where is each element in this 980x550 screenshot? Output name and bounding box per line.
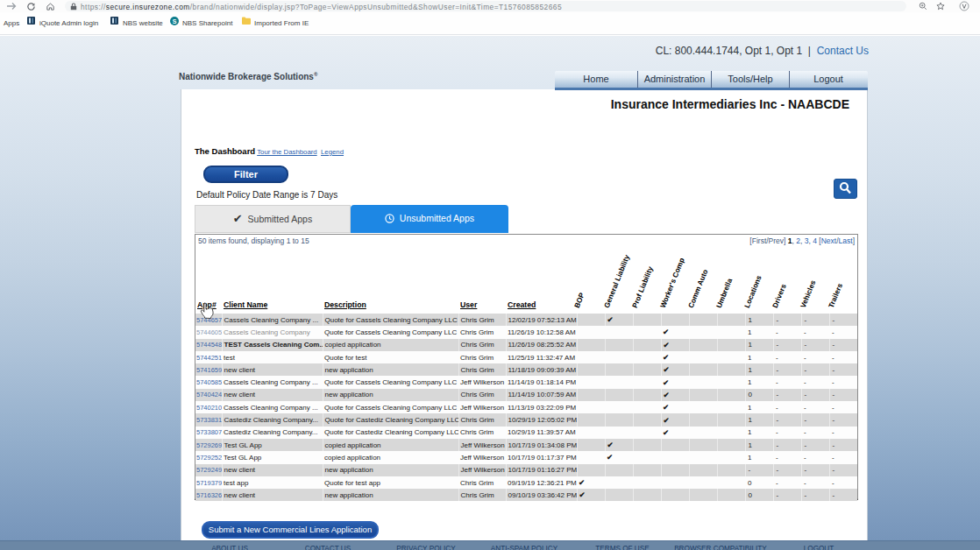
svg-text:S: S bbox=[173, 18, 177, 25]
